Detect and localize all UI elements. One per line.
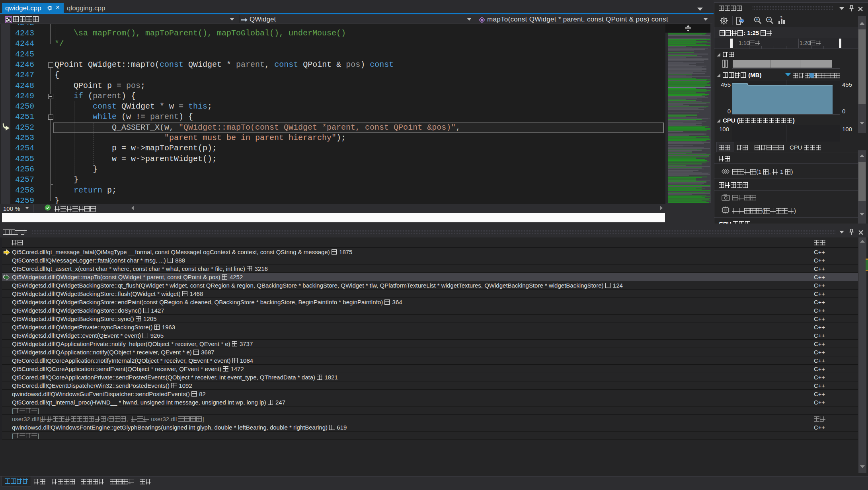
- svg-text:?: ?: [780, 16, 782, 20]
